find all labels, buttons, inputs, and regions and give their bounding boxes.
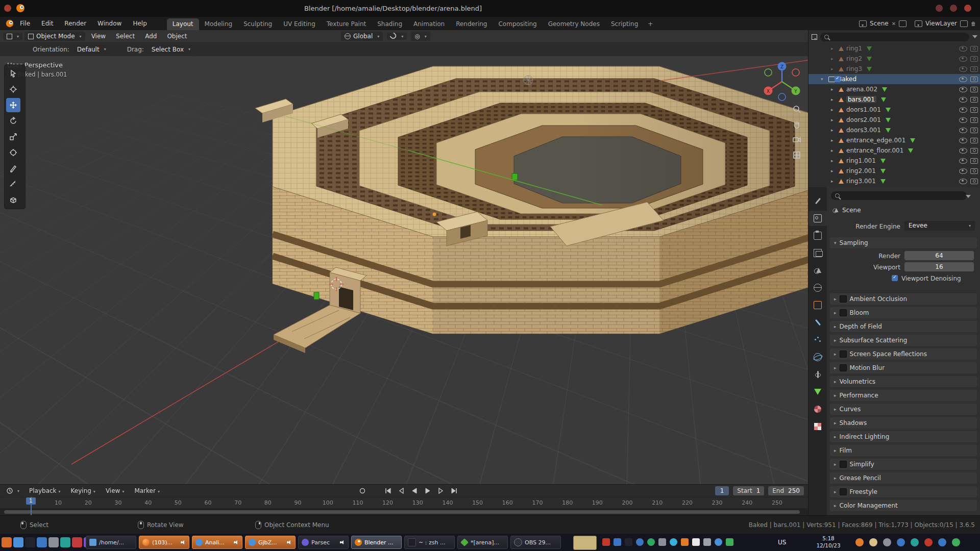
render-visibility-icon[interactable] <box>970 128 978 133</box>
sampling-render-value[interactable]: 64 <box>904 251 974 260</box>
panel-screen-space-reflections[interactable]: Screen Space Reflections <box>830 348 977 360</box>
workspace-tab-modeling[interactable]: Modeling <box>199 18 238 30</box>
indicator-icon[interactable] <box>897 538 905 546</box>
hide-eye-icon[interactable] <box>959 168 967 174</box>
orientation-value-dropdown[interactable]: Default <box>74 45 110 54</box>
3d-viewport[interactable]: User Perspective (1) Baked | bars.001 Z <box>0 56 808 484</box>
prev-keyframe-button[interactable] <box>396 486 406 495</box>
indicator-icon[interactable] <box>883 538 891 546</box>
tool-rotate[interactable] <box>6 114 20 128</box>
green-object-marker[interactable] <box>512 173 518 180</box>
menu-add[interactable]: Add <box>141 32 161 41</box>
render-visibility-icon[interactable] <box>970 77 978 82</box>
drag-value-dropdown[interactable]: Select Box <box>148 45 194 54</box>
tray-icon[interactable] <box>602 538 610 546</box>
timeline-editor-icon[interactable] <box>3 487 23 495</box>
taskbar-window-untitled-picker[interactable] <box>573 536 597 550</box>
green-bars-object[interactable] <box>314 292 319 299</box>
panel-checkbox[interactable] <box>840 461 847 468</box>
gizmo-neg-z-axis[interactable] <box>778 93 786 101</box>
launcher-icon[interactable] <box>72 537 82 547</box>
workspace-tab-uv-editing[interactable]: UV Editing <box>278 18 321 30</box>
breadcrumb-label[interactable]: Scene <box>842 207 861 214</box>
tab-render-properties[interactable] <box>808 211 827 226</box>
tray-icon[interactable] <box>670 538 677 546</box>
workspace-tab-geometry-nodes[interactable]: Geometry Nodes <box>543 18 605 30</box>
tool-scale[interactable] <box>6 130 20 144</box>
hide-eye-icon[interactable] <box>959 138 967 143</box>
panel-simplify[interactable]: Simplify <box>830 459 977 470</box>
tray-icon[interactable] <box>681 538 689 546</box>
disclosure-icon[interactable] <box>821 77 826 82</box>
panel-volumetrics[interactable]: Volumetrics <box>830 376 977 387</box>
hide-eye-icon[interactable] <box>959 117 967 123</box>
tab-viewlayer-properties[interactable] <box>808 245 827 261</box>
play-reverse-button[interactable] <box>409 486 420 495</box>
remove-viewlayer-icon[interactable]: 🗑 <box>971 21 976 27</box>
tray-icon[interactable] <box>715 538 722 546</box>
render-engine-dropdown[interactable]: Eevee <box>904 221 975 231</box>
taskbar-window-analio[interactable]: Anali... <box>192 536 242 549</box>
tab-scene-properties[interactable] <box>808 263 827 278</box>
new-scene-icon[interactable] <box>899 20 906 27</box>
disclosure-icon[interactable] <box>831 128 836 133</box>
properties-search-input[interactable] <box>831 191 967 200</box>
indicator-icon[interactable] <box>952 538 960 546</box>
taskbar-window-parsec[interactable]: Parsec <box>298 536 349 549</box>
hide-eye-icon[interactable] <box>959 158 967 164</box>
menu-file[interactable]: File <box>14 20 36 27</box>
tab-particle-properties[interactable] <box>808 332 827 347</box>
tab-texture-properties[interactable] <box>808 419 827 434</box>
zoom-tool-icon[interactable] <box>791 103 803 115</box>
panel-subsurface-scattering[interactable]: Subsurface Scattering <box>830 335 977 346</box>
tab-tool-properties[interactable] <box>808 193 827 209</box>
launcher-icon[interactable] <box>2 537 12 547</box>
tab-constraint-properties[interactable] <box>808 367 827 382</box>
render-visibility-icon[interactable] <box>970 179 978 184</box>
menu-render[interactable]: Render <box>59 20 92 27</box>
maximize-button[interactable] <box>950 5 957 12</box>
outliner-search-input[interactable] <box>820 33 969 41</box>
outliner-row-ring2[interactable]: ring2 <box>808 54 980 64</box>
disclosure-icon[interactable] <box>831 56 836 61</box>
tray-icon[interactable] <box>614 538 621 546</box>
pan-hand-icon[interactable] <box>791 118 803 131</box>
hide-eye-icon[interactable] <box>959 97 967 103</box>
tab-material-properties[interactable] <box>808 402 827 417</box>
unlink-scene-icon[interactable]: ✕ <box>892 21 896 27</box>
tool-add-cube[interactable] <box>6 193 20 207</box>
camera-view-icon[interactable] <box>791 134 803 146</box>
panel-checkbox[interactable] <box>840 295 847 303</box>
menu-edit[interactable]: Edit <box>36 20 59 27</box>
navigation-gizmo[interactable]: Z X Y <box>760 58 804 103</box>
disclosure-icon[interactable] <box>831 148 836 153</box>
tool-transform[interactable] <box>6 145 20 160</box>
viewport-denoising-checkbox[interactable] <box>892 275 898 281</box>
panel-bloom[interactable]: Bloom <box>830 307 977 318</box>
snap-dropdown[interactable] <box>387 33 407 40</box>
panel-checkbox[interactable] <box>840 488 847 495</box>
jump-to-start-button[interactable] <box>383 486 393 495</box>
network-tray-icon[interactable] <box>703 538 711 546</box>
panel-performance[interactable]: Performance <box>830 390 977 401</box>
tool-move[interactable] <box>6 98 20 112</box>
outliner-row-doors1001[interactable]: doors1.001 <box>808 105 980 115</box>
hide-eye-icon[interactable] <box>959 56 967 62</box>
launcher-icon[interactable] <box>37 537 47 547</box>
ortho-grid-icon[interactable] <box>791 149 803 161</box>
tool-cursor[interactable] <box>6 82 20 96</box>
taskbar-window-obs[interactable]: OBS 29... <box>510 536 561 549</box>
sampling-panel-header[interactable]: Sampling <box>830 237 977 248</box>
browse-scene-icon[interactable] <box>859 20 867 27</box>
outliner-row-baked-collection[interactable]: Baked <box>808 74 980 84</box>
panel-film[interactable]: Film <box>830 445 977 456</box>
menu-marker[interactable]: Marker <box>130 486 164 495</box>
tray-icon[interactable] <box>636 538 644 546</box>
panel-shadows[interactable]: Shadows <box>830 417 977 429</box>
outliner-row-arena002[interactable]: arena.002 <box>808 84 980 94</box>
hide-eye-icon[interactable] <box>959 77 967 82</box>
hide-eye-icon[interactable] <box>959 87 967 92</box>
taskbar-window-vim-arena[interactable]: *[arena]... <box>457 536 508 549</box>
workspace-tab-shading[interactable]: Shading <box>372 18 408 30</box>
collection-checkbox[interactable] <box>835 76 841 82</box>
